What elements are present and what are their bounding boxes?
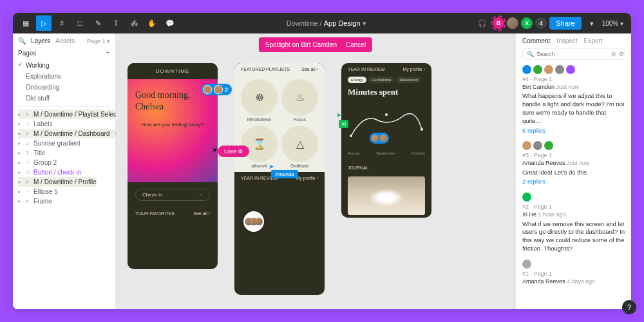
comment-item[interactable]: #3 · Page 1Amanda Reeves Just nowGreat i…: [522, 141, 625, 186]
brand: DOWNTIME: [128, 63, 218, 79]
spotlight-text: Spotlight on Birt Camden: [265, 41, 337, 48]
pen-tool-icon[interactable]: ✎: [90, 15, 106, 31]
layer-item[interactable]: ▸#Frame: [18, 196, 110, 206]
zoom-level[interactable]: 100% ▾: [602, 20, 623, 27]
tab-assets[interactable]: Assets: [55, 37, 75, 44]
avatar[interactable]: B: [493, 17, 504, 29]
present-icon[interactable]: ▾: [584, 15, 600, 31]
playlist-icon[interactable]: ☸: [241, 79, 278, 116]
add-page-icon[interactable]: +: [106, 48, 110, 57]
presence-avatars: B X 4: [493, 17, 547, 29]
resources-icon[interactable]: ⁂: [126, 15, 142, 31]
playlist-icon[interactable]: ♨: [281, 79, 318, 116]
chart-title: Minutes spent: [341, 83, 431, 101]
multiplayer-pill[interactable]: 2: [202, 84, 232, 95]
tab-inspect[interactable]: Inspect: [556, 37, 577, 44]
tab-layers[interactable]: Layers: [31, 37, 50, 44]
search-icon: 🔍: [527, 51, 534, 57]
layer-item[interactable]: ▸○Ellipse 5: [18, 187, 110, 196]
layer-item[interactable]: ▸◇Button / check in: [18, 167, 110, 177]
share-button[interactable]: Share: [549, 17, 581, 30]
canvas[interactable]: Spotlight on Birt Camden Cancel M / Down…: [116, 33, 515, 309]
shape-tool-icon[interactable]: □: [72, 15, 88, 31]
page-selector[interactable]: Page 1 ▾: [87, 38, 110, 44]
avatar[interactable]: X: [521, 17, 533, 29]
avatar-more[interactable]: 4: [535, 17, 547, 29]
cursor-amanda: ➤Amanda: [269, 160, 298, 178]
layer-item[interactable]: ▸#M / Downtime / Profile: [18, 177, 97, 187]
move-tool-icon[interactable]: ▷: [36, 15, 52, 31]
layer-item[interactable]: ▸TTitle: [18, 148, 110, 158]
cursor-xi: ➤Xi: [336, 108, 348, 128]
page-item[interactable]: Old stuff: [18, 93, 110, 104]
main-menu-icon[interactable]: ▦: [18, 15, 33, 31]
svg-point-0: [350, 135, 352, 137]
frame-playlist[interactable]: M / Downtime / Playlist Selector FEATURE…: [234, 63, 325, 295]
pill[interactable]: Relaxation: [396, 77, 421, 83]
layer-item[interactable]: ▸#M / Downtime / Dashboard: [18, 129, 116, 138]
spotlight-banner: Spotlight on Birt Camden Cancel: [259, 37, 372, 52]
comment-search[interactable]: 🔍 ⊜ ⚙: [522, 48, 625, 60]
comment-tool-icon[interactable]: 💬: [162, 15, 178, 31]
search-input[interactable]: [536, 51, 609, 57]
layer-item[interactable]: ▸□Group 2: [18, 158, 110, 167]
playlist-icon[interactable]: ⌛: [241, 126, 278, 162]
main-toolbar: ▦ ▷ # □ ✎ T ⁂ ✋ 💬 Downtime / App Design …: [13, 13, 631, 33]
page-item[interactable]: Explorations: [18, 71, 110, 82]
tab-comment[interactable]: Comment: [522, 37, 550, 44]
audio-icon[interactable]: 🎧: [475, 15, 490, 31]
reaction-pill: Love it!: [218, 146, 249, 157]
playlist-icon[interactable]: △: [281, 126, 318, 162]
pill[interactable]: Energy: [348, 77, 366, 83]
comment-item[interactable]: #1 · Page 1Amanda Reeves 4 days ago: [522, 260, 625, 287]
playlist-label: Mindfulness: [241, 117, 278, 122]
pill[interactable]: Confidence: [368, 77, 394, 83]
greeting-sub: How are you feeling today?: [135, 122, 210, 128]
playlist-label: Focus: [281, 117, 318, 122]
search-icon[interactable]: 🔍: [18, 37, 26, 44]
page-item[interactable]: Working: [18, 60, 110, 71]
pages-header: Pages: [18, 50, 36, 57]
page-item[interactable]: Onboarding: [18, 82, 110, 93]
comments-panel: Comment Inspect Export 🔍 ⊜ ⚙ #4 · Page 1…: [515, 33, 631, 309]
hand-tool-icon[interactable]: ✋: [144, 15, 160, 31]
text-tool-icon[interactable]: T: [108, 15, 124, 31]
greeting: Good morning, Chelsea: [135, 90, 210, 113]
filter-icon[interactable]: ⚙: [619, 51, 624, 57]
checkin-button[interactable]: Check in→: [135, 189, 210, 201]
svg-point-2: [421, 128, 423, 131]
layer-item[interactable]: ▸#M / Downtime / Playlist Selector: [18, 109, 116, 119]
multiplayer-pill[interactable]: [370, 133, 389, 144]
comment-item[interactable]: #4 · Page 1Birt Camden Just nowWhat happ…: [522, 65, 625, 135]
cursor-icon: [213, 143, 218, 155]
frame-tool-icon[interactable]: #: [54, 15, 70, 31]
multiplayer-cluster[interactable]: [243, 211, 264, 232]
avatar[interactable]: [507, 17, 518, 29]
layers-panel: 🔍 Layers Assets Page 1 ▾ Pages+ WorkingE…: [13, 33, 116, 309]
comment-item[interactable]: #2 · Page 1Xi He 1 hour agoWhat if we re…: [522, 193, 625, 253]
layer-item[interactable]: ▸□Labels: [18, 119, 110, 129]
layer-item[interactable]: ▸□Sunrise gradient: [18, 138, 110, 148]
journal-image: [348, 176, 425, 215]
spotlight-cancel[interactable]: Cancel: [346, 41, 366, 48]
sort-icon[interactable]: ⊜: [611, 51, 616, 57]
file-title[interactable]: Downtime / App Design ▾: [180, 19, 472, 28]
svg-point-1: [385, 113, 388, 116]
tab-export[interactable]: Export: [584, 37, 603, 44]
